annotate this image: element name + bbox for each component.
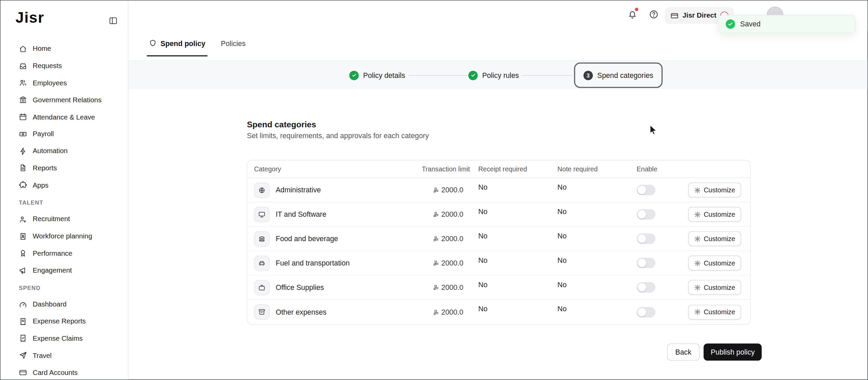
sidebar-item-apps[interactable]: Apps — [1, 177, 128, 194]
sidebar-item-home[interactable]: Home — [1, 40, 128, 57]
customize-cell: Customize — [685, 304, 741, 319]
notification-dot — [635, 8, 638, 11]
category-cell: Office Supplies — [254, 280, 422, 295]
riyal-icon — [433, 187, 439, 193]
enable-cell — [637, 185, 685, 195]
transaction-limit-cell: 2000.0 — [422, 259, 478, 267]
gear-icon — [694, 187, 701, 193]
enable-toggle[interactable] — [637, 185, 656, 195]
jisr-direct-label: Jisr Direct — [683, 12, 717, 19]
collapse-sidebar-icon[interactable] — [108, 16, 118, 25]
step-policy-details: Policy details — [349, 61, 405, 90]
sidebar-item-label: Requests — [33, 62, 62, 70]
sidebar-item-label: Engagement — [33, 267, 72, 274]
limit-value: 2000.0 — [441, 234, 463, 242]
sidebar-item-label: Expense Reports — [33, 318, 86, 325]
stepper-connector — [521, 75, 573, 76]
sidebar-item-label: Automation — [33, 147, 67, 155]
category-cell: Administrative — [254, 182, 422, 198]
enable-cell — [637, 258, 685, 268]
sidebar-item-automation[interactable]: Automation — [1, 143, 128, 160]
category-cell: IT and Software — [254, 207, 422, 222]
sidebar-item-card-accounts[interactable]: Card Accounts — [1, 364, 128, 380]
sidebar-item-requests[interactable]: Requests — [1, 58, 128, 75]
food-icon — [254, 231, 270, 247]
step-spend-categories-current: 3 Spend categories — [574, 63, 662, 88]
table-row-other-expenses: Other expenses2000.0NoNoCustomize — [247, 300, 750, 324]
enable-toggle[interactable] — [637, 282, 656, 293]
col-transaction-limit: Transaction limit — [422, 165, 478, 173]
sidebar-item-travel[interactable]: Travel — [1, 347, 128, 364]
col-note-required: Note required — [557, 165, 637, 173]
receipt-required-value: No — [478, 275, 558, 289]
note-required-value: No — [557, 203, 637, 216]
help-icon[interactable] — [649, 9, 659, 19]
col-category: Category — [254, 165, 422, 173]
enable-toggle[interactable] — [637, 233, 656, 244]
card-accounts-icon — [19, 368, 27, 377]
sidebar-item-attendance-leave[interactable]: Attendance & Leave — [1, 108, 128, 125]
customize-label: Customize — [704, 259, 735, 267]
sidebar-item-expense-reports[interactable]: Expense Reports — [1, 313, 128, 330]
tab-policies[interactable]: Policies — [221, 31, 246, 56]
dashboard-icon — [19, 300, 27, 309]
sidebar-item-employees[interactable]: Employees — [1, 75, 128, 91]
success-check-icon — [726, 19, 735, 29]
enable-toggle[interactable] — [637, 307, 656, 317]
sidebar-item-dashboard[interactable]: Dashboard — [1, 296, 128, 313]
category-name: Other expenses — [276, 308, 327, 316]
category-name: IT and Software — [276, 210, 327, 218]
sidebar-item-workforce-planning[interactable]: Workforce planning — [1, 228, 128, 245]
riyal-icon — [433, 284, 439, 290]
step-done-check-icon — [468, 70, 478, 80]
attendance-icon — [19, 113, 27, 121]
sidebar-item-expense-claims[interactable]: Expense Claims — [1, 330, 128, 347]
stepper-connector — [409, 75, 467, 76]
sidebar-item-label: Dashboard — [33, 300, 66, 308]
publish-policy-button[interactable]: Publish policy — [704, 343, 762, 361]
customize-button[interactable]: Customize — [688, 207, 741, 222]
sidebar-item-government-relations[interactable]: Government Relations — [1, 91, 128, 108]
gear-icon — [694, 260, 701, 267]
expense-claims-icon — [19, 334, 27, 342]
gear-icon — [694, 309, 701, 315]
customize-button[interactable]: Customize — [688, 280, 741, 295]
sidebar-item-performance[interactable]: Performance — [1, 245, 128, 262]
note-required-value: No — [557, 227, 637, 240]
riyal-icon — [433, 236, 439, 242]
sidebar-item-reports[interactable]: Reports — [1, 160, 128, 176]
customize-button[interactable]: Customize — [688, 231, 741, 246]
note-required-value: No — [557, 275, 637, 289]
table-row-administrative: Administrative2000.0NoNoCustomize — [247, 178, 750, 203]
note-required-value: No — [557, 251, 637, 264]
enable-cell — [637, 209, 685, 219]
note-required-value: No — [557, 300, 637, 313]
category-name: Food and beverage — [276, 234, 338, 242]
sidebar-item-label: Apps — [33, 181, 48, 189]
sidebar-item-label: Performance — [33, 249, 72, 257]
apps-icon — [19, 181, 27, 189]
enable-cell — [637, 282, 685, 293]
receipt-required-value: No — [478, 178, 558, 191]
workforce-icon — [19, 232, 27, 240]
notifications-bell-icon[interactable] — [627, 9, 638, 20]
sidebar-item-recruitment[interactable]: Recruitment — [1, 211, 128, 228]
back-button[interactable]: Back — [667, 343, 700, 361]
category-cell: Other expenses — [254, 304, 422, 320]
limit-value: 2000.0 — [441, 308, 463, 316]
customize-button[interactable]: Customize — [688, 256, 741, 271]
riyal-icon — [433, 309, 439, 315]
sidebar-item-engagement[interactable]: Engagement — [1, 262, 128, 279]
customize-button[interactable]: Customize — [688, 183, 741, 197]
transaction-limit-cell: 2000.0 — [422, 283, 478, 291]
step-label: Policy rules — [482, 71, 519, 79]
tab-spend-policy[interactable]: Spend policy — [149, 31, 206, 56]
customize-button[interactable]: Customize — [688, 304, 741, 319]
sidebar-item-payroll[interactable]: Payroll — [1, 126, 128, 143]
tabs: Spend policy Policies — [149, 31, 246, 56]
enable-toggle[interactable] — [637, 258, 656, 268]
saved-toast: Saved — [718, 15, 856, 33]
expense-reports-icon — [19, 317, 27, 325]
enable-toggle[interactable] — [637, 209, 656, 219]
payroll-icon — [19, 130, 27, 138]
